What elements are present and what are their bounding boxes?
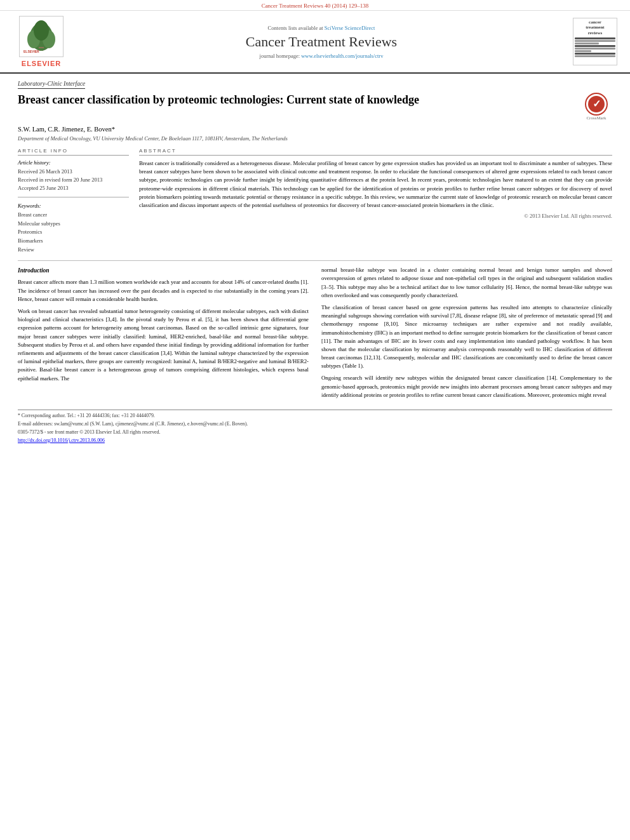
- thumb-line-2: [575, 40, 615, 42]
- crossmark-icon: ✓: [585, 93, 608, 116]
- body-divider: [18, 260, 612, 261]
- keyword-2: Molecular subtypes: [18, 220, 129, 229]
- journal-header: ELSEVIER ELSEVIER Contents lists availab…: [0, 11, 630, 74]
- body-right-col: normal breast-like subtype was located i…: [321, 266, 612, 403]
- body-left-col: Introduction Breast cancer affects more …: [18, 266, 309, 403]
- sciverse-link[interactable]: SciVerse ScienceDirect: [325, 25, 375, 31]
- crossmark-label: CrossMark: [586, 116, 606, 121]
- info-divider: [18, 197, 129, 197]
- journal-citation: Cancer Treatment Reviews 40 (2014) 129–1…: [262, 3, 369, 9]
- thumb-line-7: [575, 53, 615, 55]
- footnote-area: * Corresponding author. Tel.: +31 20 444…: [18, 410, 612, 444]
- article-container: Laboratory-Clinic Interface Breast cance…: [0, 74, 630, 452]
- body-para-1: Breast cancer affects more than 1.3 mill…: [18, 278, 309, 303]
- thumb-line-4: [575, 45, 615, 47]
- elsevier-brand: ELSEVIER: [22, 60, 61, 67]
- svg-rect-5: [39, 47, 44, 48]
- authors: S.W. Lam, C.R. Jimenez, E. Boven*: [18, 126, 612, 133]
- article-info-header: ARTICLE INFO: [18, 148, 129, 156]
- doi-footnote: http://dx.doi.org/10.1016/j.ctrv.2013.06…: [18, 437, 612, 444]
- received-date: Received 26 March 2013: [18, 168, 129, 176]
- keywords-label: Keywords:: [18, 203, 129, 209]
- journal-url-link[interactable]: www.elsevierhealth.com/journals/ctrv: [301, 53, 383, 59]
- body-text-area: Introduction Breast cancer affects more …: [18, 266, 612, 403]
- keyword-4: Biomarkers: [18, 237, 129, 246]
- svg-text:ELSEVIER: ELSEVIER: [23, 50, 39, 53]
- svg-text:✓: ✓: [593, 98, 601, 109]
- elsevier-logo: ELSEVIER ELSEVIER: [13, 16, 70, 67]
- journal-title: Cancer Treatment Reviews: [76, 34, 566, 50]
- thumb-line-8: [575, 55, 615, 57]
- thumb-line-6: [575, 50, 591, 52]
- doi-link[interactable]: http://dx.doi.org/10.1016/j.ctrv.2013.06…: [18, 437, 105, 443]
- thumb-line-5: [575, 48, 615, 50]
- crossmark-container[interactable]: ✓ CrossMark: [580, 93, 612, 121]
- history-label: Article history:: [18, 159, 129, 166]
- keyword-3: Proteomics: [18, 228, 129, 237]
- article-title-area: Breast cancer classification by proteomi…: [18, 93, 612, 121]
- body-para-3: normal breast-like subtype was located i…: [321, 266, 612, 300]
- affiliation: Department of Medical Oncology, VU Unive…: [18, 135, 612, 142]
- keyword-1: Breast cancer: [18, 211, 129, 220]
- journal-citation-bar: Cancer Treatment Reviews 40 (2014) 129–1…: [0, 0, 630, 11]
- sciverse-line: Contents lists available at SciVerse Sci…: [76, 25, 566, 31]
- section-label: Laboratory-Clinic Interface: [18, 81, 85, 89]
- elsevier-tree-icon: ELSEVIER: [22, 19, 60, 54]
- corresponding-footnote: * Corresponding author. Tel.: +31 20 444…: [18, 413, 612, 420]
- abstract-text: Breast cancer is traditionally considere…: [139, 159, 612, 210]
- keyword-5: Review: [18, 246, 129, 255]
- issn-footnote: 0305-7372/$ - see front matter © 2013 El…: [18, 429, 612, 436]
- body-para-2: Work on breast cancer has revealed subst…: [18, 307, 309, 383]
- accepted-date: Accepted 25 June 2013: [18, 184, 129, 192]
- intro-heading: Introduction: [18, 266, 309, 275]
- copyright: © 2013 Elsevier Ltd. All rights reserved…: [139, 213, 612, 219]
- thumb-decoration: [575, 37, 615, 58]
- journal-center: Contents lists available at SciVerse Sci…: [70, 25, 573, 59]
- elsevier-tree-box: ELSEVIER: [19, 16, 64, 57]
- journal-url-line: journal homepage: www.elsevierhealth.com…: [76, 53, 566, 59]
- article-info-abstract-area: ARTICLE INFO Article history: Received 2…: [18, 148, 612, 254]
- journal-thumb: cancertreatmentreviews: [573, 18, 617, 65]
- thumb-line-3: [575, 43, 599, 44]
- article-title: Breast cancer classification by proteomi…: [18, 93, 574, 107]
- abstract-col: ABSTRACT Breast cancer is traditionally …: [139, 148, 612, 254]
- email-footnote: E-mail addresses: sw.lam@vumc.nl (S.W. L…: [18, 421, 612, 428]
- thumb-line-1: [575, 37, 615, 39]
- revised-date: Received in revised form 20 June 2013: [18, 176, 129, 184]
- body-para-4: The classification of breast cancer base…: [321, 303, 612, 371]
- svg-point-4: [34, 20, 49, 41]
- body-para-5: Ongoing research will identify new subty…: [321, 374, 612, 399]
- thumb-title: cancertreatmentreviews: [586, 20, 604, 36]
- keywords-list: Breast cancer Molecular subtypes Proteom…: [18, 211, 129, 254]
- article-info-col: ARTICLE INFO Article history: Received 2…: [18, 148, 129, 254]
- abstract-header: ABSTRACT: [139, 148, 612, 156]
